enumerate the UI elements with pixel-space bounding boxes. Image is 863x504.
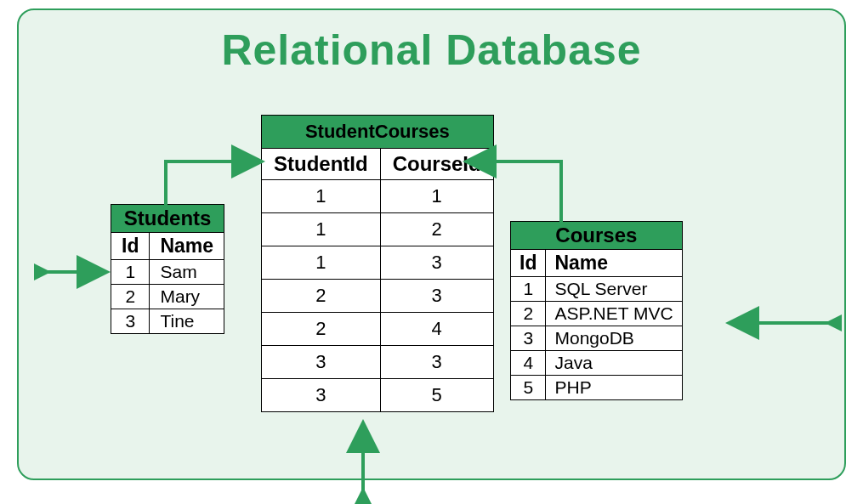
students-table-name: Students	[111, 205, 224, 233]
students-table: Students Id Name 1Sam 2Mary 3Tine	[111, 204, 224, 334]
courses-table: Courses Id Name 1SQL Server 2ASP.NET MVC…	[510, 221, 683, 400]
sc-col-courseid: CourseId	[380, 149, 493, 180]
table-row: 35	[262, 379, 494, 412]
courses-col-name: Name	[546, 250, 682, 277]
table-row: 33	[262, 346, 494, 379]
courses-table-name: Courses	[511, 222, 683, 250]
table-row: 2ASP.NET MVC	[511, 302, 683, 326]
students-col-name: Name	[150, 233, 224, 260]
table-row: 1Sam	[111, 260, 224, 285]
table-row: 5PHP	[511, 376, 683, 400]
table-row: 23	[262, 280, 494, 313]
diagram-title: Relational Database	[19, 25, 844, 75]
table-row: 3Tine	[111, 309, 224, 334]
courses-col-id: Id	[511, 250, 546, 277]
table-row: 3MongoDB	[511, 326, 683, 351]
table-row: 2Mary	[111, 285, 224, 309]
sc-col-studentid: StudentId	[262, 149, 381, 180]
table-row: 1SQL Server	[511, 277, 683, 302]
student-courses-table: StudentCourses StudentId CourseId 11 12 …	[261, 115, 494, 412]
student-courses-table-name: StudentCourses	[262, 116, 494, 149]
table-row: 13	[262, 246, 494, 280]
table-row: 24	[262, 313, 494, 346]
students-col-id: Id	[111, 233, 150, 260]
table-row: 11	[262, 180, 494, 213]
table-row: 4Java	[511, 351, 683, 376]
table-row: 12	[262, 213, 494, 246]
